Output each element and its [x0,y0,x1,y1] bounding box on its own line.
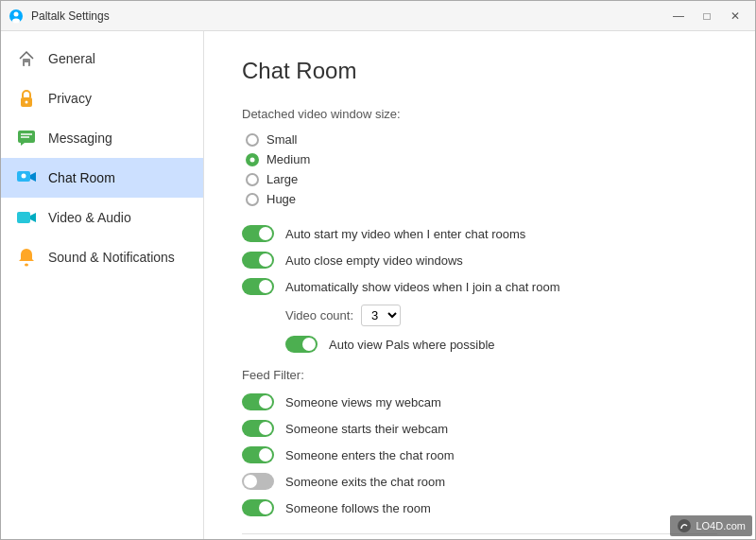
toggle-auto-show-videos-switch[interactable] [242,278,274,295]
toggle-follows-room-label: Someone follows the room [285,501,431,515]
maximize-button[interactable]: □ [695,8,719,25]
sidebar-item-general[interactable]: General [1,39,203,78]
svg-point-1 [14,11,19,16]
svg-point-2 [12,18,20,23]
toggle-views-webcam[interactable]: Someone views my webcam [242,393,717,410]
watermark: LO4D.com [670,515,752,536]
toggle-auto-view-pals-switch[interactable] [285,336,318,353]
svg-point-6 [26,101,28,104]
toggle-views-webcam-label: Someone views my webcam [285,395,441,409]
title-bar-left: Paltalk Settings [9,9,110,24]
radio-label-medium: Medium [266,152,310,166]
radio-small[interactable]: Small [246,132,717,147]
window-title: Paltalk Settings [31,9,110,23]
sidebar-label-chatroom: Chat Room [48,170,115,185]
radio-circle-huge[interactable] [246,193,259,206]
camera-icon [16,207,37,228]
svg-point-13 [22,174,26,179]
sidebar: General Privacy [1,31,204,539]
toggle-auto-show-videos[interactable]: Automatically show videos when I join a … [242,278,717,295]
toggle-follows-room[interactable]: Someone follows the room [242,499,717,516]
app-icon [9,9,24,24]
bell-icon [16,247,37,268]
title-bar: Paltalk Settings — □ ✕ [1,1,755,31]
sidebar-label-general: General [48,51,95,66]
svg-point-17 [678,519,691,532]
person-video-icon [16,167,37,188]
toggle-enters-room-switch[interactable] [242,446,274,463]
radio-circle-medium[interactable] [246,153,259,166]
sidebar-item-sound-notifications[interactable]: Sound & Notifications [1,237,203,277]
video-count-select[interactable]: 3 4 5 6 [361,305,401,326]
close-button[interactable]: ✕ [723,8,747,25]
toggle-auto-view-pals-label: Auto view Pals where possible [329,338,495,352]
toggle-auto-start-video-label: Auto start my video when I enter chat ro… [285,227,525,241]
watermark-icon [677,518,692,533]
toggle-starts-webcam-label: Someone starts their webcam [285,422,448,436]
content-area: General Privacy [1,31,755,539]
video-count-row: Video count: 3 4 5 6 [242,305,717,326]
toggle-views-webcam-switch[interactable] [242,393,274,410]
radio-medium[interactable]: Medium [246,152,717,166]
toggle-auto-start-video-switch[interactable] [242,225,274,242]
video-window-section-label: Detached video window size: [242,107,717,121]
toggle-enters-room[interactable]: Someone enters the chat room [242,446,717,463]
sidebar-item-messaging[interactable]: Messaging [1,118,203,158]
radio-label-small: Small [266,132,298,147]
page-title: Chat Room [242,58,717,84]
sidebar-label-video-audio: Video & Audio [48,210,131,225]
sidebar-item-video-audio[interactable]: Video & Audio [1,198,203,237]
main-panel: Chat Room Detached video window size: Sm… [204,31,755,539]
toggle-auto-close[interactable]: Auto close empty video windows [242,252,717,269]
toggle-exits-room[interactable]: Someone exits the chat room [242,473,717,490]
feed-filter-section-label: Feed Filter: [242,368,717,382]
toggle-exits-room-switch[interactable] [242,473,274,490]
sidebar-label-sound-notifications: Sound & Notifications [48,250,175,265]
svg-marker-8 [21,143,25,146]
radio-label-large: Large [266,172,298,186]
lock-icon [16,88,37,109]
watermark-text: LO4D.com [696,520,746,531]
toggle-starts-webcam-switch[interactable] [242,420,274,437]
toggle-auto-show-videos-label: Automatically show videos when I join a … [285,280,559,294]
radio-circle-small[interactable] [246,133,259,147]
sidebar-item-privacy[interactable]: Privacy [1,78,203,118]
title-bar-controls: — □ ✕ [666,8,747,25]
toggle-auto-start-video[interactable]: Auto start my video when I enter chat ro… [242,225,717,242]
svg-marker-12 [30,172,36,182]
svg-point-16 [25,264,28,267]
svg-rect-4 [25,62,28,66]
svg-rect-14 [17,212,30,223]
video-size-group: Small Medium Large Huge [242,132,717,206]
section-divider [242,533,717,534]
sidebar-label-privacy: Privacy [48,91,92,106]
app-window: Paltalk Settings — □ ✕ General [0,0,756,540]
svg-marker-15 [30,213,36,222]
radio-circle-large[interactable] [246,173,259,186]
toggle-starts-webcam[interactable]: Someone starts their webcam [242,420,717,437]
radio-huge[interactable]: Huge [246,192,717,206]
toggle-auto-view-pals[interactable]: Auto view Pals where possible [242,336,717,353]
minimize-button[interactable]: — [666,8,691,25]
toggle-follows-room-switch[interactable] [242,499,274,516]
sidebar-label-messaging: Messaging [48,131,112,146]
message-icon [16,128,37,148]
toggle-auto-close-label: Auto close empty video windows [285,253,463,268]
radio-label-huge: Huge [266,192,296,206]
sidebar-item-chatroom[interactable]: Chat Room [1,158,203,198]
radio-large[interactable]: Large [246,172,717,186]
toggle-exits-room-label: Someone exits the chat room [285,475,445,489]
toggle-auto-close-switch[interactable] [242,252,274,269]
video-count-label: Video count: [285,308,353,322]
home-icon [16,48,37,69]
toggle-enters-room-label: Someone enters the chat room [285,448,455,462]
